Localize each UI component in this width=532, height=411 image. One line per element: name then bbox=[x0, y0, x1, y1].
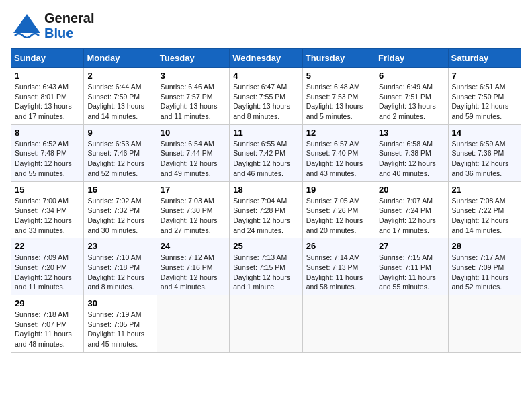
day-info: Sunrise: 6:46 AM Sunset: 7:57 PM Dayligh… bbox=[161, 82, 226, 122]
page-header: General Blue bbox=[11, 11, 521, 40]
sunset: Sunset: 7:16 PM bbox=[161, 263, 213, 271]
calendar-cell bbox=[157, 295, 229, 353]
sunset: Sunset: 7:26 PM bbox=[306, 206, 359, 214]
day-number: 8 bbox=[15, 128, 80, 138]
daylight: Daylight: 12 hours and 20 minutes. bbox=[306, 216, 363, 234]
daylight: Daylight: 13 hours and 2 minutes. bbox=[379, 102, 436, 120]
day-number: 4 bbox=[233, 71, 298, 81]
day-number: 1 bbox=[15, 71, 80, 81]
sunrise: Sunrise: 6:47 AM bbox=[233, 83, 287, 91]
calendar-cell: 18 Sunrise: 7:04 AM Sunset: 7:28 PM Dayl… bbox=[230, 181, 302, 238]
day-number: 27 bbox=[379, 241, 444, 251]
day-number: 15 bbox=[15, 185, 80, 195]
daylight: Daylight: 12 hours and 4 minutes. bbox=[161, 273, 218, 291]
calendar-cell: 28 Sunrise: 7:17 AM Sunset: 7:09 PM Dayl… bbox=[448, 238, 521, 295]
calendar-cell: 10 Sunrise: 6:54 AM Sunset: 7:44 PM Dayl… bbox=[157, 124, 229, 181]
day-number: 30 bbox=[87, 298, 152, 308]
sunrise: Sunrise: 7:14 AM bbox=[306, 253, 360, 261]
sunrise: Sunrise: 7:04 AM bbox=[233, 197, 287, 205]
day-number: 20 bbox=[379, 185, 444, 195]
calendar-cell: 27 Sunrise: 7:15 AM Sunset: 7:11 PM Dayl… bbox=[375, 238, 448, 295]
sunset: Sunset: 7:05 PM bbox=[87, 320, 140, 328]
daylight: Daylight: 12 hours and 27 minutes. bbox=[161, 216, 218, 234]
day-number: 2 bbox=[87, 71, 152, 81]
calendar-cell: 4 Sunrise: 6:47 AM Sunset: 7:55 PM Dayli… bbox=[230, 68, 302, 125]
sunrise: Sunrise: 6:52 AM bbox=[15, 140, 69, 148]
day-info: Sunrise: 6:55 AM Sunset: 7:42 PM Dayligh… bbox=[233, 139, 298, 179]
day-info: Sunrise: 7:19 AM Sunset: 7:05 PM Dayligh… bbox=[87, 310, 152, 349]
sunset: Sunset: 7:20 PM bbox=[15, 263, 67, 271]
day-number: 14 bbox=[452, 128, 517, 138]
day-info: Sunrise: 7:17 AM Sunset: 7:09 PM Dayligh… bbox=[452, 253, 517, 292]
daylight: Daylight: 12 hours and 1 minute. bbox=[233, 273, 290, 291]
day-info: Sunrise: 7:08 AM Sunset: 7:22 PM Dayligh… bbox=[452, 196, 517, 236]
calendar-cell: 16 Sunrise: 7:02 AM Sunset: 7:32 PM Dayl… bbox=[84, 181, 157, 238]
day-info: Sunrise: 6:53 AM Sunset: 7:46 PM Dayligh… bbox=[87, 139, 152, 179]
day-number: 11 bbox=[233, 128, 298, 138]
calendar-header-wednesday: Wednesday bbox=[230, 49, 302, 68]
calendar-body: 1 Sunrise: 6:43 AM Sunset: 8:01 PM Dayli… bbox=[11, 68, 521, 353]
daylight: Daylight: 13 hours and 5 minutes. bbox=[306, 102, 363, 120]
daylight: Daylight: 12 hours and 14 minutes. bbox=[452, 216, 509, 234]
day-number: 12 bbox=[306, 128, 371, 138]
daylight: Daylight: 12 hours and 24 minutes. bbox=[233, 216, 290, 234]
calendar-cell: 9 Sunrise: 6:53 AM Sunset: 7:46 PM Dayli… bbox=[84, 124, 157, 181]
day-info: Sunrise: 7:14 AM Sunset: 7:13 PM Dayligh… bbox=[306, 253, 371, 292]
day-number: 17 bbox=[161, 185, 226, 195]
day-info: Sunrise: 7:13 AM Sunset: 7:15 PM Dayligh… bbox=[233, 253, 298, 292]
day-info: Sunrise: 6:43 AM Sunset: 8:01 PM Dayligh… bbox=[15, 82, 80, 122]
day-info: Sunrise: 7:02 AM Sunset: 7:32 PM Dayligh… bbox=[87, 196, 152, 236]
day-number: 28 bbox=[452, 241, 517, 251]
day-info: Sunrise: 7:10 AM Sunset: 7:18 PM Dayligh… bbox=[87, 253, 152, 292]
sunrise: Sunrise: 6:58 AM bbox=[379, 140, 433, 148]
logo-general: General bbox=[44, 11, 94, 26]
calendar-cell bbox=[448, 295, 521, 353]
calendar-cell: 3 Sunrise: 6:46 AM Sunset: 7:57 PM Dayli… bbox=[157, 68, 229, 125]
sunset: Sunset: 7:46 PM bbox=[87, 149, 140, 157]
day-info: Sunrise: 6:58 AM Sunset: 7:38 PM Dayligh… bbox=[379, 139, 444, 179]
calendar-week-row: 1 Sunrise: 6:43 AM Sunset: 8:01 PM Dayli… bbox=[11, 68, 521, 125]
sunrise: Sunrise: 7:03 AM bbox=[161, 197, 214, 205]
calendar-cell: 29 Sunrise: 7:18 AM Sunset: 7:07 PM Dayl… bbox=[11, 295, 84, 353]
sunrise: Sunrise: 6:59 AM bbox=[452, 140, 506, 148]
sunrise: Sunrise: 6:57 AM bbox=[306, 140, 360, 148]
daylight: Daylight: 12 hours and 11 minutes. bbox=[15, 273, 72, 291]
sunrise: Sunrise: 7:15 AM bbox=[379, 253, 433, 261]
sunrise: Sunrise: 7:09 AM bbox=[15, 253, 69, 261]
calendar-cell: 20 Sunrise: 7:07 AM Sunset: 7:24 PM Dayl… bbox=[375, 181, 448, 238]
daylight: Daylight: 13 hours and 14 minutes. bbox=[87, 102, 144, 120]
sunset: Sunset: 7:11 PM bbox=[379, 263, 431, 271]
calendar-header-saturday: Saturday bbox=[448, 49, 521, 68]
calendar-cell: 11 Sunrise: 6:55 AM Sunset: 7:42 PM Dayl… bbox=[230, 124, 302, 181]
sunrise: Sunrise: 6:49 AM bbox=[379, 83, 433, 91]
sunset: Sunset: 7:32 PM bbox=[87, 206, 140, 214]
sunset: Sunset: 7:24 PM bbox=[379, 206, 431, 214]
sunset: Sunset: 7:40 PM bbox=[306, 149, 359, 157]
sunset: Sunset: 7:36 PM bbox=[452, 149, 504, 157]
sunset: Sunset: 7:30 PM bbox=[161, 206, 213, 214]
day-number: 23 bbox=[87, 241, 152, 251]
calendar-cell: 22 Sunrise: 7:09 AM Sunset: 7:20 PM Dayl… bbox=[11, 238, 84, 295]
calendar-header-friday: Friday bbox=[375, 49, 448, 68]
sunset: Sunset: 7:57 PM bbox=[161, 93, 213, 101]
day-info: Sunrise: 6:47 AM Sunset: 7:55 PM Dayligh… bbox=[233, 82, 298, 122]
sunrise: Sunrise: 6:54 AM bbox=[161, 140, 214, 148]
day-number: 24 bbox=[161, 241, 226, 251]
sunset: Sunset: 7:18 PM bbox=[87, 263, 140, 271]
calendar-header-sunday: Sunday bbox=[11, 49, 84, 68]
sunrise: Sunrise: 7:17 AM bbox=[452, 253, 506, 261]
calendar-header-monday: Monday bbox=[84, 49, 157, 68]
day-info: Sunrise: 6:48 AM Sunset: 7:53 PM Dayligh… bbox=[306, 82, 371, 122]
day-number: 10 bbox=[161, 128, 226, 138]
sunset: Sunset: 7:09 PM bbox=[452, 263, 504, 271]
day-info: Sunrise: 6:54 AM Sunset: 7:44 PM Dayligh… bbox=[161, 139, 226, 179]
daylight: Daylight: 12 hours and 33 minutes. bbox=[15, 216, 72, 234]
day-info: Sunrise: 7:07 AM Sunset: 7:24 PM Dayligh… bbox=[379, 196, 444, 236]
day-number: 16 bbox=[87, 185, 152, 195]
sunset: Sunset: 7:53 PM bbox=[306, 93, 359, 101]
day-number: 9 bbox=[87, 128, 152, 138]
sunrise: Sunrise: 6:51 AM bbox=[452, 83, 506, 91]
sunrise: Sunrise: 7:19 AM bbox=[87, 310, 141, 318]
sunset: Sunset: 7:59 PM bbox=[87, 93, 140, 101]
calendar-cell: 13 Sunrise: 6:58 AM Sunset: 7:38 PM Dayl… bbox=[375, 124, 448, 181]
